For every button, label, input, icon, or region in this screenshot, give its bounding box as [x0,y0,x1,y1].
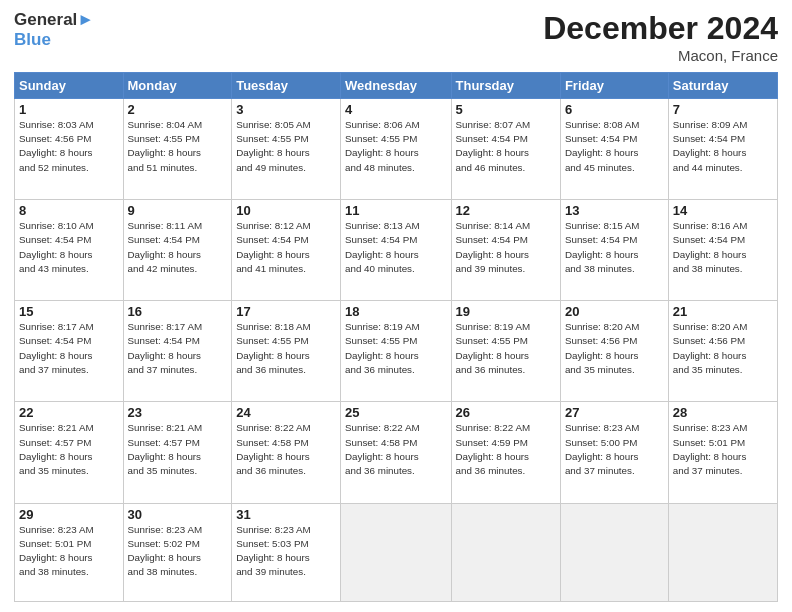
table-row: 30 Sunrise: 8:23 AMSunset: 5:02 PMDaylig… [123,503,232,602]
day-number: 10 [236,203,336,218]
table-row: 12 Sunrise: 8:14 AMSunset: 4:54 PMDaylig… [451,200,560,301]
table-row: 16 Sunrise: 8:17 AMSunset: 4:54 PMDaylig… [123,301,232,402]
calendar-header-row: Sunday Monday Tuesday Wednesday Thursday… [15,73,778,99]
table-row: 4 Sunrise: 8:06 AMSunset: 4:55 PMDayligh… [341,99,451,200]
day-number: 15 [19,304,119,319]
logo-text: General► [14,10,94,30]
day-number: 18 [345,304,446,319]
logo: General► Blue [14,10,94,51]
day-detail: Sunrise: 8:03 AMSunset: 4:56 PMDaylight:… [19,119,94,173]
calendar-week-row: 29 Sunrise: 8:23 AMSunset: 5:01 PMDaylig… [15,503,778,602]
table-row: 9 Sunrise: 8:11 AMSunset: 4:54 PMDayligh… [123,200,232,301]
day-number: 17 [236,304,336,319]
table-row: 10 Sunrise: 8:12 AMSunset: 4:54 PMDaylig… [232,200,341,301]
day-detail: Sunrise: 8:08 AMSunset: 4:54 PMDaylight:… [565,119,640,173]
day-number: 1 [19,102,119,117]
table-row: 5 Sunrise: 8:07 AMSunset: 4:54 PMDayligh… [451,99,560,200]
month-title: December 2024 [543,10,778,47]
table-row: 15 Sunrise: 8:17 AMSunset: 4:54 PMDaylig… [15,301,124,402]
day-detail: Sunrise: 8:19 AMSunset: 4:55 PMDaylight:… [456,321,531,375]
day-detail: Sunrise: 8:23 AMSunset: 5:00 PMDaylight:… [565,422,640,476]
table-row: 21 Sunrise: 8:20 AMSunset: 4:56 PMDaylig… [668,301,777,402]
col-thursday: Thursday [451,73,560,99]
table-row: 7 Sunrise: 8:09 AMSunset: 4:54 PMDayligh… [668,99,777,200]
day-number: 22 [19,405,119,420]
table-row: 14 Sunrise: 8:16 AMSunset: 4:54 PMDaylig… [668,200,777,301]
table-row [560,503,668,602]
day-number: 8 [19,203,119,218]
day-detail: Sunrise: 8:22 AMSunset: 4:58 PMDaylight:… [345,422,420,476]
col-tuesday: Tuesday [232,73,341,99]
table-row: 1 Sunrise: 8:03 AMSunset: 4:56 PMDayligh… [15,99,124,200]
title-block: December 2024 Macon, France [543,10,778,64]
table-row: 2 Sunrise: 8:04 AMSunset: 4:55 PMDayligh… [123,99,232,200]
day-number: 28 [673,405,773,420]
col-sunday: Sunday [15,73,124,99]
calendar-week-row: 1 Sunrise: 8:03 AMSunset: 4:56 PMDayligh… [15,99,778,200]
day-detail: Sunrise: 8:20 AMSunset: 4:56 PMDaylight:… [565,321,640,375]
day-number: 31 [236,507,336,522]
col-saturday: Saturday [668,73,777,99]
col-friday: Friday [560,73,668,99]
table-row [668,503,777,602]
day-detail: Sunrise: 8:11 AMSunset: 4:54 PMDaylight:… [128,220,203,274]
day-detail: Sunrise: 8:13 AMSunset: 4:54 PMDaylight:… [345,220,420,274]
day-detail: Sunrise: 8:23 AMSunset: 5:03 PMDaylight:… [236,524,311,578]
day-number: 13 [565,203,664,218]
col-wednesday: Wednesday [341,73,451,99]
day-number: 25 [345,405,446,420]
table-row: 19 Sunrise: 8:19 AMSunset: 4:55 PMDaylig… [451,301,560,402]
calendar-table: Sunday Monday Tuesday Wednesday Thursday… [14,72,778,602]
day-number: 12 [456,203,556,218]
day-number: 27 [565,405,664,420]
day-number: 9 [128,203,228,218]
day-detail: Sunrise: 8:06 AMSunset: 4:55 PMDaylight:… [345,119,420,173]
day-detail: Sunrise: 8:22 AMSunset: 4:58 PMDaylight:… [236,422,311,476]
day-detail: Sunrise: 8:14 AMSunset: 4:54 PMDaylight:… [456,220,531,274]
day-detail: Sunrise: 8:20 AMSunset: 4:56 PMDaylight:… [673,321,748,375]
day-number: 6 [565,102,664,117]
day-detail: Sunrise: 8:09 AMSunset: 4:54 PMDaylight:… [673,119,748,173]
day-detail: Sunrise: 8:12 AMSunset: 4:54 PMDaylight:… [236,220,311,274]
day-number: 19 [456,304,556,319]
table-row: 17 Sunrise: 8:18 AMSunset: 4:55 PMDaylig… [232,301,341,402]
table-row: 23 Sunrise: 8:21 AMSunset: 4:57 PMDaylig… [123,402,232,503]
day-detail: Sunrise: 8:15 AMSunset: 4:54 PMDaylight:… [565,220,640,274]
day-number: 11 [345,203,446,218]
header: General► Blue December 2024 Macon, Franc… [14,10,778,64]
day-number: 16 [128,304,228,319]
calendar-week-row: 22 Sunrise: 8:21 AMSunset: 4:57 PMDaylig… [15,402,778,503]
table-row: 11 Sunrise: 8:13 AMSunset: 4:54 PMDaylig… [341,200,451,301]
table-row: 29 Sunrise: 8:23 AMSunset: 5:01 PMDaylig… [15,503,124,602]
day-detail: Sunrise: 8:21 AMSunset: 4:57 PMDaylight:… [128,422,203,476]
table-row: 8 Sunrise: 8:10 AMSunset: 4:54 PMDayligh… [15,200,124,301]
day-number: 5 [456,102,556,117]
table-row: 3 Sunrise: 8:05 AMSunset: 4:55 PMDayligh… [232,99,341,200]
table-row: 20 Sunrise: 8:20 AMSunset: 4:56 PMDaylig… [560,301,668,402]
day-detail: Sunrise: 8:18 AMSunset: 4:55 PMDaylight:… [236,321,311,375]
table-row: 31 Sunrise: 8:23 AMSunset: 5:03 PMDaylig… [232,503,341,602]
calendar-week-row: 8 Sunrise: 8:10 AMSunset: 4:54 PMDayligh… [15,200,778,301]
day-detail: Sunrise: 8:19 AMSunset: 4:55 PMDaylight:… [345,321,420,375]
day-detail: Sunrise: 8:05 AMSunset: 4:55 PMDaylight:… [236,119,311,173]
day-detail: Sunrise: 8:23 AMSunset: 5:01 PMDaylight:… [673,422,748,476]
table-row: 24 Sunrise: 8:22 AMSunset: 4:58 PMDaylig… [232,402,341,503]
day-number: 23 [128,405,228,420]
day-number: 2 [128,102,228,117]
day-detail: Sunrise: 8:22 AMSunset: 4:59 PMDaylight:… [456,422,531,476]
day-detail: Sunrise: 8:23 AMSunset: 5:02 PMDaylight:… [128,524,203,578]
location: Macon, France [543,47,778,64]
day-detail: Sunrise: 8:07 AMSunset: 4:54 PMDaylight:… [456,119,531,173]
page-container: General► Blue December 2024 Macon, Franc… [0,0,792,612]
table-row: 26 Sunrise: 8:22 AMSunset: 4:59 PMDaylig… [451,402,560,503]
day-detail: Sunrise: 8:17 AMSunset: 4:54 PMDaylight:… [128,321,203,375]
table-row: 18 Sunrise: 8:19 AMSunset: 4:55 PMDaylig… [341,301,451,402]
table-row: 22 Sunrise: 8:21 AMSunset: 4:57 PMDaylig… [15,402,124,503]
day-number: 26 [456,405,556,420]
day-number: 21 [673,304,773,319]
day-number: 14 [673,203,773,218]
table-row: 28 Sunrise: 8:23 AMSunset: 5:01 PMDaylig… [668,402,777,503]
day-number: 4 [345,102,446,117]
table-row: 27 Sunrise: 8:23 AMSunset: 5:00 PMDaylig… [560,402,668,503]
day-detail: Sunrise: 8:21 AMSunset: 4:57 PMDaylight:… [19,422,94,476]
